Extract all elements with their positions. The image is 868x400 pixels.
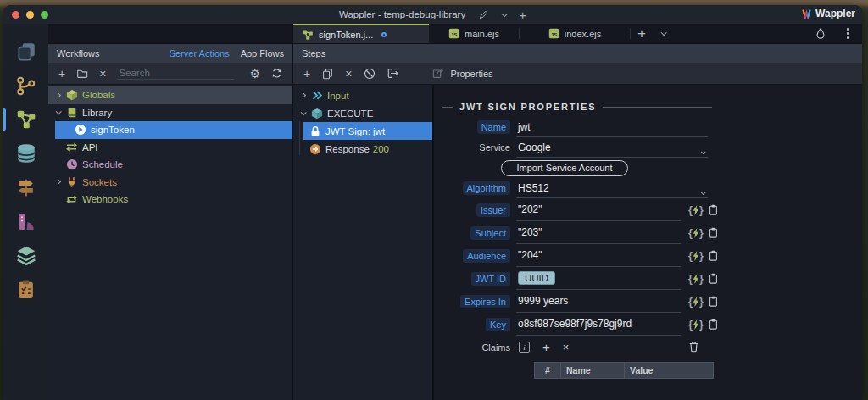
settings-gear-icon[interactable]: ⚙	[249, 67, 260, 81]
name-input[interactable]: jwt	[516, 117, 708, 137]
claims-info-icon[interactable]: i	[519, 342, 530, 353]
new-project-plus-icon[interactable]: +	[519, 8, 526, 22]
rename-project-pencil-icon[interactable]	[478, 9, 489, 20]
tab-separator	[630, 28, 631, 39]
import-service-account-button[interactable]: Import Service Account	[501, 160, 628, 176]
step-item-jwt-sign-selected[interactable]: JWT Sign: jwt	[303, 122, 432, 140]
expires-in-input[interactable]: 9999 years	[516, 290, 681, 313]
workflows-panel: Workflows Server Actions App Flows + × ⚙	[48, 24, 293, 400]
uuid-token-tag[interactable]: UUID	[518, 271, 555, 285]
workflows-header: Workflows Server Actions App Flows	[48, 44, 292, 63]
paste-value-icon[interactable]	[709, 296, 718, 307]
paste-value-icon[interactable]	[709, 204, 718, 215]
more-options-kebab-icon[interactable]	[847, 28, 849, 39]
git-branch-icon	[15, 75, 36, 97]
issuer-input[interactable]: "202"	[516, 198, 681, 221]
paste-value-icon[interactable]	[709, 250, 718, 261]
mode-tab-app-flows[interactable]: App Flows	[241, 48, 284, 58]
paste-value-icon[interactable]	[709, 273, 718, 284]
tree-item-label: Sockets	[82, 177, 117, 187]
sidebar-item-tasks[interactable]	[3, 272, 48, 306]
expand-chevron-icon[interactable]	[54, 92, 60, 98]
sidebar-item-database[interactable]	[3, 136, 48, 170]
add-step-plus-icon[interactable]: +	[303, 68, 310, 80]
claims-col-index: #	[535, 363, 560, 378]
tree-item-sockets[interactable]: Sockets	[48, 174, 292, 192]
sidebar-item-git[interactable]	[3, 69, 48, 103]
expand-chevron-icon[interactable]	[54, 179, 60, 185]
tab-list-chevron-icon[interactable]	[661, 30, 667, 36]
tree-item-library[interactable]: Library	[48, 104, 292, 122]
tree-item-webhooks[interactable]: Webhooks	[48, 191, 292, 208]
database-icon	[15, 142, 37, 164]
algorithm-select[interactable]: HS512	[516, 178, 708, 198]
remove-claim-x-icon[interactable]: ×	[563, 341, 570, 353]
subject-input[interactable]: "203"	[516, 221, 681, 244]
expand-chevron-icon[interactable]	[299, 92, 305, 98]
field-service: Service Google	[434, 137, 862, 158]
new-tab-plus-icon[interactable]: +	[637, 25, 646, 42]
add-action-plus-icon[interactable]: +	[58, 68, 65, 80]
select-chevron-icon	[701, 190, 706, 195]
sidebar-item-routes[interactable]	[3, 170, 48, 204]
collapse-chevron-icon[interactable]	[55, 109, 61, 115]
copy-step-icon[interactable]	[322, 68, 333, 80]
sidebar-item-workflows[interactable]	[3, 103, 48, 136]
tab-signtoken[interactable]: signToken.j...	[293, 24, 429, 43]
sidebar-item-layers[interactable]	[3, 238, 48, 272]
theme-drop-icon[interactable]	[815, 27, 826, 40]
workflows-panel-title: Workflows	[57, 48, 100, 58]
pages-icon	[15, 41, 37, 63]
titlebar: Wappler - temp-debug-library + Wappler	[3, 5, 862, 24]
add-claim-plus-icon[interactable]: +	[542, 340, 550, 354]
service-select[interactable]: Google	[516, 137, 708, 158]
step-item-input[interactable]: Input	[293, 86, 432, 104]
data-binding-icon[interactable]: {}	[688, 319, 704, 331]
response-arrow-icon	[309, 143, 321, 155]
data-binding-icon[interactable]: {}	[688, 250, 704, 262]
field-claims: Claims i + ×	[434, 336, 862, 358]
tab-index-ejs[interactable]: JS index.ejs	[520, 24, 630, 43]
sidebar-item-pages[interactable]	[3, 35, 48, 69]
desktop-wallpaper: Wappler - temp-debug-library + Wappler	[0, 0, 868, 400]
collapse-chevron-icon[interactable]	[300, 109, 306, 115]
step-item-execute[interactable]: EXECUTE	[293, 104, 432, 122]
book-icon	[66, 107, 78, 119]
search-input[interactable]	[117, 67, 234, 80]
export-step-icon[interactable]	[387, 68, 400, 79]
share-step-icon	[432, 68, 445, 79]
step-item-response[interactable]: Response 200	[293, 140, 432, 158]
key-input[interactable]: o8sf987se98f7j9s78gj9rd	[516, 313, 681, 336]
tree-item-schedule[interactable]: Schedule	[48, 156, 292, 174]
field-label: Expires In	[460, 295, 510, 308]
delete-claims-trash-icon[interactable]	[688, 341, 699, 353]
folder-icon[interactable]	[76, 68, 88, 79]
layers-icon	[15, 244, 37, 266]
data-binding-icon[interactable]: {}	[688, 296, 704, 308]
svg-text:JS: JS	[451, 31, 457, 37]
delete-action-x-icon[interactable]: ×	[99, 68, 106, 80]
field-label: Key	[486, 318, 510, 331]
disable-step-ban-icon[interactable]	[364, 68, 376, 80]
project-dropdown-chevron-icon[interactable]	[502, 11, 508, 17]
tree-item-signtoken-selected[interactable]: signToken	[55, 121, 292, 139]
step-item-label: Input	[327, 91, 349, 101]
mode-tab-server-actions[interactable]: Server Actions	[170, 48, 230, 58]
paste-value-icon[interactable]	[709, 227, 718, 238]
data-binding-icon[interactable]: {}	[688, 204, 704, 216]
jwt-id-input[interactable]: UUID	[516, 267, 681, 290]
tab-main-ejs[interactable]: JS main.ejs	[429, 24, 519, 43]
audience-input[interactable]: "204"	[516, 244, 681, 267]
tree-item-api[interactable]: API	[48, 139, 292, 157]
paste-value-icon[interactable]	[709, 319, 718, 330]
swap-arrows-icon	[65, 142, 78, 153]
steps-tree: Input EXECUTE JWT Sign: jwt Response	[293, 85, 433, 400]
delete-step-x-icon[interactable]: ×	[345, 68, 352, 80]
sidebar-item-styles[interactable]	[3, 204, 48, 238]
data-binding-icon[interactable]: {}	[688, 273, 704, 285]
refresh-icon[interactable]	[271, 68, 282, 79]
workflows-icon	[15, 108, 37, 131]
workflows-top-strip	[48, 24, 292, 44]
tree-item-globals[interactable]: Globals	[48, 86, 292, 104]
data-binding-icon[interactable]: {}	[688, 227, 704, 239]
